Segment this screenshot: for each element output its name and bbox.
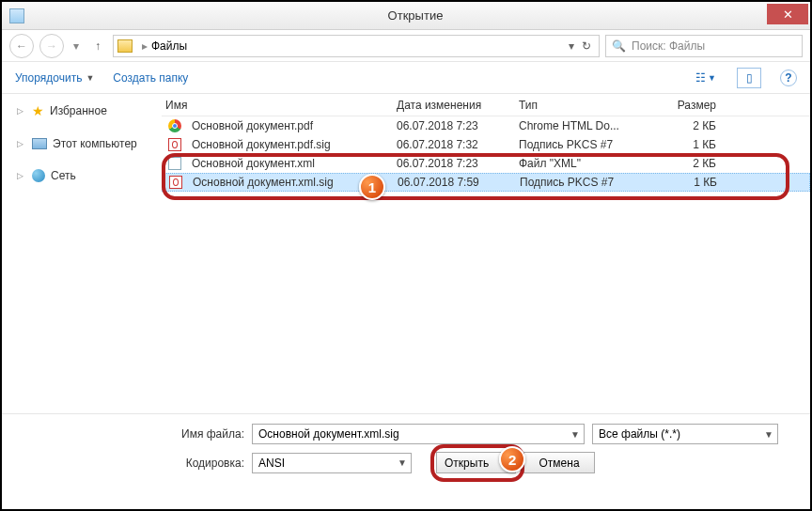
- file-date: 06.07.2018 7:59: [398, 176, 520, 189]
- expand-icon: ▷: [17, 171, 26, 180]
- preview-pane-button[interactable]: ▯: [737, 68, 761, 88]
- chrome-file-icon: [167, 118, 182, 133]
- file-row-selected[interactable]: Основной документ.xml.sig 06.07.2018 7:5…: [162, 173, 810, 192]
- file-name: Основной документ.xml.sig: [189, 176, 398, 189]
- dialog-body: ▷ ★ Избранное ▷ Этот компьютер ▷ Сеть Им…: [2, 94, 810, 413]
- toolbar: Упорядочить ▼ Создать папку ☷ ▼ ▯ ?: [2, 62, 810, 94]
- open-button[interactable]: Открыть ▼: [436, 452, 516, 473]
- file-size: 1 КБ: [660, 138, 735, 151]
- file-type-filter[interactable]: Все файлы (*.*) ▼: [592, 424, 778, 444]
- star-icon: ★: [32, 103, 44, 118]
- column-headers[interactable]: Имя Дата изменения Тип Размер: [162, 94, 810, 116]
- window-title: Открытие: [24, 8, 806, 23]
- file-name: Основной документ.pdf: [188, 119, 397, 132]
- close-button[interactable]: ✕: [767, 4, 808, 24]
- chevron-down-icon[interactable]: ▼: [498, 457, 508, 468]
- file-date: 06.07.2018 7:23: [397, 157, 519, 170]
- sidebar-item-favorites[interactable]: ▷ ★ Избранное: [2, 100, 162, 122]
- search-icon: 🔍: [612, 39, 626, 53]
- file-row[interactable]: Основной документ.pdf.sig 06.07.2018 7:3…: [162, 135, 810, 154]
- sig-file-icon: [167, 137, 182, 152]
- file-date: 06.07.2018 7:32: [397, 138, 519, 151]
- xml-file-icon: [167, 156, 182, 171]
- filename-label: Имя файла:: [15, 427, 244, 441]
- filename-row: Имя файла: Основной документ.xml.sig ▼ В…: [15, 424, 797, 444]
- cancel-button-label: Отмена: [539, 457, 580, 470]
- sidebar: ▷ ★ Избранное ▷ Этот компьютер ▷ Сеть: [2, 94, 162, 413]
- help-button[interactable]: ?: [780, 70, 797, 86]
- nav-row: ← → ▾ ↑ ▸ Файлы ▾ ↻ 🔍 Поиск: Файлы: [2, 30, 810, 62]
- file-type: Подпись PKCS #7: [519, 138, 660, 151]
- history-dropdown[interactable]: ▾: [70, 39, 83, 53]
- file-name: Основной документ.xml: [188, 157, 397, 170]
- folder-icon: [117, 39, 133, 53]
- col-size[interactable]: Размер: [660, 99, 735, 112]
- forward-button[interactable]: →: [39, 34, 64, 58]
- col-name[interactable]: Имя: [162, 99, 397, 112]
- chevron-down-icon: ▼: [86, 73, 94, 83]
- filter-value: Все файлы (*.*): [599, 427, 680, 441]
- filename-value: Основной документ.xml.sig: [258, 427, 399, 441]
- chevron-right-icon: ▸: [142, 39, 148, 53]
- file-size: 2 КБ: [660, 157, 735, 170]
- file-type: Chrome HTML Do...: [519, 119, 660, 132]
- view-options-button[interactable]: ☷ ▼: [694, 68, 718, 88]
- app-icon: [9, 8, 24, 23]
- breadcrumb-folder[interactable]: Файлы: [151, 39, 187, 53]
- sidebar-label-favorites: Избранное: [50, 104, 107, 117]
- expand-icon: ▷: [17, 106, 26, 116]
- file-size: 1 КБ: [661, 176, 736, 189]
- up-button[interactable]: ↑: [88, 37, 107, 55]
- encoding-value: ANSI: [258, 457, 285, 470]
- address-dropdown[interactable]: ▾: [569, 39, 574, 53]
- encoding-row: Кодировка: ANSI ▼ Открыть ▼ 2 Отмена: [15, 452, 797, 473]
- file-row[interactable]: Основной документ.xml 06.07.2018 7:23 Фа…: [162, 154, 810, 173]
- expand-icon: ▷: [17, 139, 26, 148]
- sidebar-label-computer: Этот компьютер: [53, 137, 137, 150]
- file-row[interactable]: Основной документ.pdf 06.07.2018 7:23 Ch…: [162, 116, 810, 135]
- chevron-down-icon[interactable]: ▼: [570, 429, 580, 440]
- network-icon: [32, 169, 45, 182]
- sidebar-item-network[interactable]: ▷ Сеть: [2, 165, 162, 186]
- file-date: 06.07.2018 7:23: [397, 119, 519, 132]
- file-type: Файл "XML": [519, 157, 660, 170]
- open-button-label: Открыть: [445, 457, 489, 470]
- organize-menu[interactable]: Упорядочить ▼: [15, 71, 94, 85]
- sig-file-icon: [168, 175, 183, 190]
- filename-input[interactable]: Основной документ.xml.sig ▼: [252, 424, 585, 444]
- computer-icon: [32, 138, 47, 149]
- col-type[interactable]: Тип: [519, 99, 660, 112]
- sidebar-label-network: Сеть: [51, 169, 76, 182]
- chevron-down-icon[interactable]: ▼: [764, 429, 773, 440]
- search-placeholder: Поиск: Файлы: [632, 39, 705, 53]
- back-button[interactable]: ←: [9, 34, 34, 58]
- file-size: 2 КБ: [660, 119, 735, 132]
- encoding-label: Кодировка:: [15, 457, 244, 470]
- chevron-down-icon[interactable]: ▼: [398, 457, 407, 468]
- new-folder-button[interactable]: Создать папку: [113, 71, 188, 85]
- file-type: Подпись PKCS #7: [520, 176, 661, 189]
- bottom-panel: Имя файла: Основной документ.xml.sig ▼ В…: [2, 413, 810, 494]
- refresh-button[interactable]: ↻: [578, 39, 595, 53]
- cancel-button[interactable]: Отмена: [523, 452, 595, 473]
- search-input[interactable]: 🔍 Поиск: Файлы: [605, 35, 803, 57]
- sidebar-item-computer[interactable]: ▷ Этот компьютер: [2, 133, 162, 154]
- open-button-wrap: Открыть ▼ 2: [436, 452, 516, 473]
- title-bar: Открытие ✕: [2, 2, 810, 30]
- file-name: Основной документ.pdf.sig: [188, 138, 397, 151]
- col-date[interactable]: Дата изменения: [397, 99, 519, 112]
- address-bar[interactable]: ▸ Файлы ▾ ↻: [113, 35, 600, 57]
- file-pane: Имя Дата изменения Тип Размер Основной д…: [162, 94, 810, 413]
- encoding-select[interactable]: ANSI ▼: [252, 453, 412, 473]
